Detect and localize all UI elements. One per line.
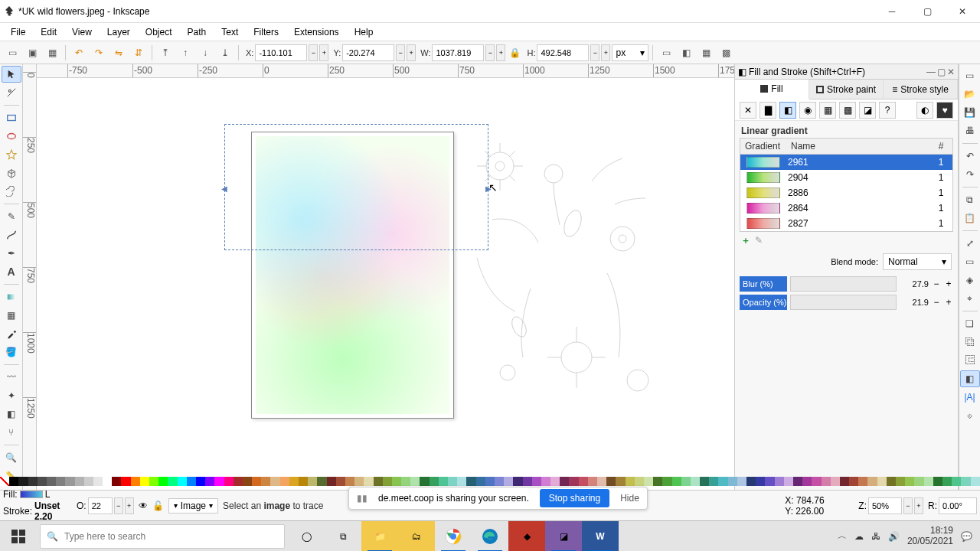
lock-aspect-icon[interactable]: 🔒 [507, 44, 522, 61]
zoom-drawing-icon[interactable]: ◈ [960, 272, 980, 289]
color-swatch[interactable] [597, 477, 606, 486]
color-swatch[interactable] [942, 477, 952, 486]
color-swatch[interactable] [448, 477, 457, 486]
flip-h-icon[interactable]: ⇋ [109, 44, 128, 62]
menu-path[interactable]: Path [180, 25, 214, 39]
selection-handle-left[interactable]: ◀ [221, 184, 227, 191]
opacity-slider[interactable] [790, 295, 897, 310]
color-swatch[interactable] [737, 477, 746, 486]
color-swatch[interactable] [802, 477, 812, 486]
color-swatch[interactable] [299, 477, 308, 486]
paint-linear-icon[interactable]: ◧ [779, 102, 796, 119]
color-swatch[interactable] [672, 477, 681, 486]
layer-lock-icon[interactable]: 🔓 [152, 500, 164, 511]
col-gradient[interactable]: Gradient [740, 139, 786, 154]
hide-banner-button[interactable]: Hide [620, 493, 639, 504]
color-swatch[interactable] [858, 477, 867, 486]
tray-expand-icon[interactable]: ︿ [838, 530, 847, 543]
node-tool[interactable] [2, 84, 21, 101]
minimize-button[interactable]: ─ [874, 0, 910, 23]
gradient-row[interactable]: 29041 [740, 170, 952, 185]
color-swatch[interactable] [354, 477, 364, 486]
maximize-button[interactable]: ▢ [910, 0, 945, 23]
redo-icon[interactable]: ↷ [960, 166, 980, 183]
raise-icon[interactable]: ↑ [176, 44, 194, 62]
blur-value[interactable]: 27.9 [900, 279, 929, 289]
color-swatch[interactable] [718, 477, 727, 486]
color-swatch[interactable] [270, 477, 279, 486]
h-decr[interactable]: − [590, 44, 599, 61]
save-doc-icon[interactable]: 💾 [960, 104, 980, 121]
color-swatch[interactable] [345, 477, 354, 486]
tray-network-icon[interactable]: 🖧 [871, 531, 880, 542]
task-app2-icon[interactable]: ◪ [545, 521, 582, 552]
tray-clock[interactable]: 18:19 20/05/2021 [907, 526, 953, 546]
color-swatch[interactable] [140, 477, 149, 486]
color-swatch[interactable] [364, 477, 373, 486]
add-gradient-icon[interactable]: ＋ [741, 234, 750, 247]
blur-slider[interactable] [790, 276, 897, 292]
color-swatch[interactable] [541, 477, 550, 486]
status-fill-swatch[interactable] [20, 491, 43, 498]
layer-selector[interactable]: ▾Image▾ [168, 498, 218, 514]
color-swatch[interactable] [569, 477, 578, 486]
lower-icon[interactable]: ↓ [196, 44, 214, 62]
h-input[interactable] [537, 44, 589, 61]
color-swatch[interactable] [793, 477, 802, 486]
col-name[interactable]: Name [786, 139, 929, 154]
color-swatch[interactable] [635, 477, 644, 486]
color-swatch[interactable] [84, 477, 93, 486]
star-tool[interactable] [2, 146, 21, 163]
color-swatch[interactable] [327, 477, 336, 486]
color-swatch[interactable] [644, 477, 653, 486]
color-swatch-bar[interactable] [0, 477, 980, 486]
color-swatch[interactable] [588, 477, 597, 486]
unit-select[interactable]: px▾ [612, 44, 648, 61]
color-swatch[interactable] [700, 477, 709, 486]
stop-sharing-button[interactable]: Stop sharing [540, 489, 609, 507]
color-swatch[interactable] [626, 477, 635, 486]
edit-gradient-icon[interactable]: ✎ [755, 235, 763, 246]
x-decr[interactable]: − [309, 44, 318, 61]
panel-minimize-icon[interactable]: — [926, 67, 936, 77]
gradient-row[interactable]: 28861 [740, 185, 952, 201]
color-swatch[interactable] [812, 477, 821, 486]
select-tool[interactable] [2, 66, 21, 83]
color-swatch[interactable] [196, 477, 205, 486]
zoom-incr[interactable]: + [914, 497, 923, 514]
color-swatch[interactable] [168, 477, 177, 486]
color-swatch[interactable] [681, 477, 691, 486]
color-swatch[interactable] [877, 477, 887, 486]
task-view-icon[interactable]: ⧉ [325, 531, 361, 542]
paint-bucket-tool[interactable]: 🪣 [2, 344, 21, 360]
color-swatch[interactable] [374, 477, 383, 486]
flowers-image[interactable] [462, 135, 672, 419]
color-swatch[interactable] [252, 477, 261, 486]
color-swatch[interactable] [887, 477, 896, 486]
color-swatch[interactable] [336, 477, 345, 486]
color-swatch[interactable] [9, 477, 18, 486]
color-swatch[interactable] [961, 477, 970, 486]
duplicate-icon[interactable]: ❏ [960, 315, 980, 332]
close-button[interactable]: ✕ [945, 0, 980, 23]
color-swatch[interactable] [280, 477, 289, 486]
color-swatch[interactable] [289, 477, 299, 486]
tab-stroke-style[interactable]: ≡Stroke style [884, 80, 958, 99]
menu-help[interactable]: Help [347, 25, 381, 39]
color-swatch[interactable] [513, 477, 522, 486]
color-swatch[interactable] [746, 477, 756, 486]
h-incr[interactable]: + [601, 44, 610, 61]
opacity-decr[interactable]: − [932, 295, 941, 310]
xml-icon[interactable]: ⟐ [960, 407, 980, 424]
color-swatch[interactable] [504, 477, 513, 486]
color-swatch[interactable] [430, 477, 439, 486]
task-chrome-icon[interactable] [435, 521, 472, 552]
color-swatch[interactable] [457, 477, 466, 486]
color-swatch[interactable] [93, 477, 103, 486]
color-swatch[interactable] [905, 477, 914, 486]
y-input[interactable] [342, 44, 394, 61]
dropper-tool[interactable] [2, 325, 21, 342]
canvas[interactable]: ◀ ▶ ↖ [37, 78, 734, 507]
color-swatch[interactable] [840, 477, 849, 486]
group-icon[interactable]: ⿷ [960, 352, 980, 369]
